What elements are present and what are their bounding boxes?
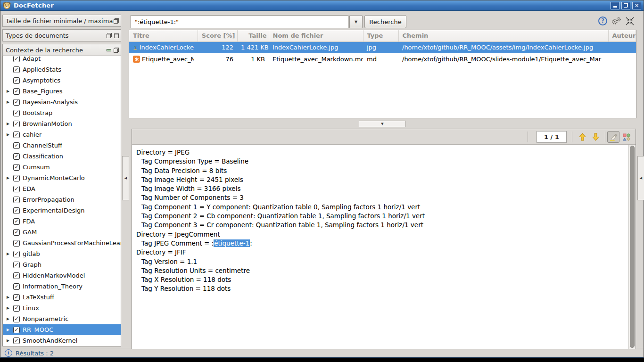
tree-item-base_figures[interactable]: ▶✓Base_Figures: [3, 86, 121, 97]
expand-arrow-icon[interactable]: ▶: [3, 338, 10, 343]
column-header-titre[interactable]: Titre: [129, 30, 198, 41]
restore-icon[interactable]: [114, 48, 119, 53]
highlight-toggle-button[interactable]: [607, 131, 619, 143]
tree-item-classification[interactable]: ✓Classification: [3, 151, 121, 162]
checkbox-checked[interactable]: ✓: [13, 110, 20, 116]
restore-icon[interactable]: [107, 33, 112, 38]
expand-arrow-icon[interactable]: ▶: [3, 89, 10, 93]
checkbox-checked[interactable]: ✓: [13, 153, 20, 160]
checkbox-checked[interactable]: ✓: [13, 164, 20, 171]
expand-arrow-icon[interactable]: ▶: [3, 317, 10, 321]
previous-occurrence-button[interactable]: [576, 131, 588, 143]
checkbox-checked[interactable]: ✓: [13, 240, 20, 247]
column-header-type[interactable]: Type: [363, 30, 398, 41]
tree-item-appliedstats[interactable]: ✓AppliedStats: [3, 64, 121, 75]
checkbox-checked[interactable]: ✓: [13, 197, 20, 203]
tree-item-dynamicmontecarlo[interactable]: ▶✓DynamicMonteCarlo: [3, 173, 121, 183]
checkbox-checked[interactable]: ✓: [13, 99, 20, 106]
checkbox-checked[interactable]: ✓: [13, 327, 20, 333]
expand-arrow-icon[interactable]: ▶: [3, 100, 10, 104]
help-icon[interactable]: ?: [598, 16, 607, 25]
close-button[interactable]: ×: [632, 2, 641, 9]
minimize-button[interactable]: [611, 2, 619, 9]
search-input[interactable]: [131, 15, 348, 28]
checkbox-checked[interactable]: ✓: [13, 66, 20, 73]
checkbox-checked[interactable]: ✓: [13, 207, 20, 214]
checkbox-checked[interactable]: ✓: [13, 77, 20, 84]
checkbox-checked[interactable]: ✓: [13, 262, 20, 268]
tree-item-rr_mooc[interactable]: ▶✓RR_MOOC: [3, 324, 121, 335]
column-header-taille[interactable]: Taille: [237, 30, 269, 41]
preview-text[interactable]: Directory = JPEGTag Compression Type = B…: [132, 145, 628, 349]
expand-arrow-icon[interactable]: ▶: [3, 122, 10, 126]
checkbox-checked[interactable]: ✓: [13, 316, 20, 322]
restore-icon[interactable]: [114, 18, 119, 24]
expand-arrow-icon[interactable]: ▶: [3, 132, 10, 137]
checkbox-checked[interactable]: ✓: [13, 142, 20, 149]
tree-item-errorpropagation[interactable]: ✓ErrorPropagation: [3, 194, 121, 205]
tree-item-eda[interactable]: ✓EDA: [3, 183, 121, 194]
expand-arrow-icon[interactable]: ▶: [3, 306, 10, 310]
tree-item-fda[interactable]: ✓FDA: [3, 216, 121, 227]
search-history-dropdown[interactable]: ▼: [349, 15, 363, 28]
checkbox-checked[interactable]: ✓: [13, 218, 20, 225]
tree-item-gitlab[interactable]: ▶✓gitlab: [3, 248, 121, 259]
tree-item-bootstrap[interactable]: ✓Bootstrap: [3, 107, 121, 118]
collapse-sidebar-handle[interactable]: ◀: [122, 156, 129, 200]
checkbox-checked[interactable]: ✓: [13, 88, 20, 95]
tree-item-hiddenmarkovmodel[interactable]: ✓HiddenMarkovModel: [3, 270, 121, 281]
result-row[interactable]: IndexCahierLocke1221 421 KBIndexCahierLo…: [129, 41, 636, 53]
tree-item-bayesian-analysis[interactable]: ▶✓Bayesian-Analysis: [3, 97, 121, 107]
checkbox-checked[interactable]: ✓: [13, 121, 20, 127]
checkbox-checked[interactable]: ✓: [13, 175, 20, 181]
checkbox-checked[interactable]: ✓: [13, 272, 20, 279]
tree-item-smoothandkernel[interactable]: ▶✓SmoothAndKernel: [3, 335, 121, 346]
tree-item-brownianmotion[interactable]: ▶✓BrownianMotion: [3, 118, 121, 129]
tree-item-cumsum[interactable]: ✓Cumsum: [3, 162, 121, 173]
collapse-results-handle[interactable]: ▼: [359, 121, 406, 127]
tree-item-gam[interactable]: ✓GAM: [3, 227, 121, 238]
minimize-to-tray-icon[interactable]: [626, 17, 634, 25]
panel-search-scope[interactable]: Contexte de la recherche: [2, 44, 121, 56]
checkbox-checked[interactable]: ✓: [13, 294, 20, 301]
search-scope-tree[interactable]: ✓Adapt✓AppliedStats✓Asymptotics▶✓Base_Fi…: [2, 56, 121, 346]
scrollbar-thumb[interactable]: [630, 146, 635, 348]
next-occurrence-button[interactable]: [589, 131, 602, 143]
restore-button[interactable]: [621, 2, 630, 9]
preview-scrollbar[interactable]: [628, 145, 636, 349]
tree-item-asymptotics[interactable]: ✓Asymptotics: [3, 75, 121, 86]
titlebar[interactable]: DocFetcher ×: [0, 0, 644, 11]
expand-arrow-icon[interactable]: ▶: [3, 328, 10, 332]
tree-item-gaussianprocessformachinelearning[interactable]: ✓GaussianProcessForMachineLearning: [3, 238, 121, 248]
collapse-right-handle[interactable]: ◀: [637, 156, 644, 200]
expand-arrow-icon[interactable]: ▶: [3, 252, 10, 256]
panel-file-size[interactable]: Taille de fichier minimale / maximale: [2, 15, 121, 27]
tree-item-nonparametric[interactable]: ▶✓Nonparametric: [3, 313, 121, 324]
preview-settings-shapes-icon[interactable]: [620, 131, 633, 143]
column-header-nom-de-fichier[interactable]: Nom de fichier: [269, 30, 363, 41]
checkbox-checked[interactable]: ✓: [13, 56, 20, 62]
checkbox-checked[interactable]: ✓: [13, 186, 20, 192]
checkbox-checked[interactable]: ✓: [13, 229, 20, 236]
panel-document-types[interactable]: Types de documents: [2, 29, 121, 41]
maximize-icon[interactable]: [114, 33, 119, 38]
column-header-chemin[interactable]: Chemin: [398, 30, 608, 41]
result-row[interactable]: Etiquette_avec_Markdown761 KBEtiquette_a…: [129, 53, 636, 65]
tree-item-cahier[interactable]: ▶✓cahier: [3, 129, 121, 140]
tree-item-information_theory[interactable]: ✓Information_Theory: [3, 281, 121, 292]
checkbox-checked[interactable]: ✓: [13, 305, 20, 312]
tree-item-graph[interactable]: ✓Graph: [3, 259, 121, 270]
checkbox-checked[interactable]: ✓: [13, 251, 20, 257]
tree-item-adapt[interactable]: ✓Adapt: [3, 56, 121, 64]
column-header-score-[interactable]: Score [%]: [198, 30, 237, 41]
page-counter[interactable]: 1 / 1: [537, 131, 567, 143]
expand-arrow-icon[interactable]: ▶: [3, 295, 10, 299]
tree-item-latexstuff[interactable]: ▶✓LaTeXstuff: [3, 292, 121, 303]
minimize-icon[interactable]: [107, 49, 111, 51]
checkbox-checked[interactable]: ✓: [13, 283, 20, 290]
preferences-gears-icon[interactable]: [611, 16, 622, 25]
checkbox-checked[interactable]: ✓: [13, 132, 20, 138]
tree-item-experimentaldesign[interactable]: ✓ExperimentalDesign: [3, 205, 121, 216]
expand-arrow-icon[interactable]: ▶: [3, 176, 10, 180]
checkbox-checked[interactable]: ✓: [13, 337, 20, 344]
